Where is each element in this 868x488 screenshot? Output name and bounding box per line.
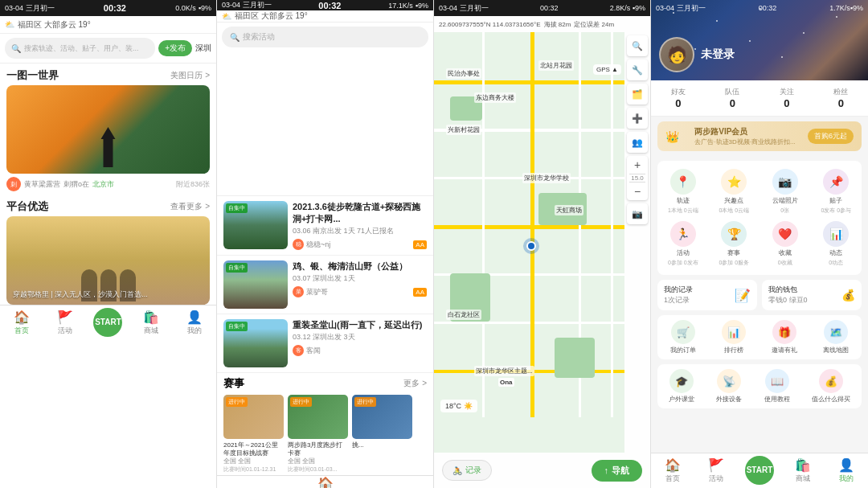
zoom-in-btn[interactable]: + [627, 156, 648, 174]
featured-image[interactable]: 穿越鄂格里 | 深入无人区，沙漠入门首选... [6, 216, 210, 305]
zoom-out-btn[interactable]: − [627, 182, 648, 200]
map-tools-btn[interactable]: 🔧 [627, 59, 648, 80]
nav-start-1[interactable]: START [92, 308, 124, 338]
profile-status-date: 03-04 三月初一 [656, 3, 706, 14]
race-card-1[interactable]: 进行中 2021年～2021公里年度目标挑战赛 全国 全国 比赛时间01.01-… [223, 395, 284, 474]
nav-profile-4[interactable]: 👤 我的 [830, 457, 862, 484]
activity-card-1[interactable]: 自集中 2021.3.6徒步乾隆古道+探秘西施洞+打卡网... 03.06 南京… [217, 196, 433, 256]
map-info-bar: 22.6009737555°N 114.03731656°E 海拔 82m 定位… [434, 16, 650, 32]
map-coords: 22.6009737555°N 114.03731656°E [439, 21, 541, 28]
activity-card-2[interactable]: 自集中 鸡、银、梅清洁山野（公益） 03.07 深圳出发 1天 菜 菜驴哥 AA [217, 256, 433, 314]
feature-feed[interactable]: 📊 动态 0动态 [814, 221, 858, 267]
features-grid: 📍 轨迹 1本地 0云端 ⭐ 兴趣点 0本地 0云端 📷 云端照片 0张 📌 贴… [657, 161, 862, 275]
nav-shop-4[interactable]: 🛍️ 商城 [787, 457, 819, 484]
vip-banner[interactable]: 👑 两步路VIP会员 去广告·轨迹3D视频·商业线路折扣... 首购6元起 [657, 121, 862, 151]
search-input-2[interactable]: 🔍 搜索活动 [222, 27, 428, 47]
activity-thumb-1: 自集中 [223, 201, 288, 249]
feature-tracks[interactable]: 📍 轨迹 1本地 0云端 [661, 169, 705, 215]
action-invite[interactable]: 🎁 邀请有礼 [772, 320, 797, 355]
feature-pois[interactable]: ⭐ 兴趣点 0本地 0云端 [712, 169, 756, 215]
devices-label: 外接设备 [716, 395, 742, 404]
race-card-2[interactable]: 进行中 两步路3月度跑步打卡赛 全国 全国 比赛时间03.01-03... [288, 395, 348, 474]
feature-races[interactable]: 🏆 赛事 0参加 0服务 [712, 221, 756, 267]
stat-followers-value: 0 [833, 97, 848, 109]
nav-start-4[interactable]: START [743, 456, 776, 486]
race-card-3[interactable]: 进行中 挑... [352, 395, 412, 474]
map-add-btn[interactable]: ➕ [627, 108, 648, 129]
records-text: 我的记录 1次记录 [664, 285, 693, 306]
my-wallet-card[interactable]: 我的钱包 零钱0 绿豆0 💰 [762, 280, 862, 310]
map-layers-btn[interactable]: 🗂️ [627, 84, 648, 105]
action-offline-map[interactable]: 🗺️ 离线地图 [823, 320, 849, 355]
nav-home-4[interactable]: 🏠 首页 [657, 457, 689, 484]
start-btn-4[interactable]: START [745, 456, 774, 485]
star-5 [836, 16, 837, 18]
feature-photos[interactable]: 📷 云端照片 0张 [763, 169, 807, 215]
race-loc-1: 全国 全国 [223, 457, 284, 465]
action-outdoor[interactable]: 🎓 户外课堂 [669, 369, 694, 404]
hero-image[interactable] [6, 85, 210, 174]
stat-followers-label: 粉丝 [833, 87, 848, 97]
action-tutorial[interactable]: 📖 使用教程 [764, 369, 790, 404]
section-more-2[interactable]: 查看更多 > [170, 201, 210, 212]
race-name-1: 2021年～2021公里年度目标挑战赛 [223, 441, 284, 457]
map-status-icons: 2.8K/s ▪9% [610, 4, 645, 12]
map-search-btn[interactable]: 🔍 [627, 35, 648, 56]
feature-events[interactable]: 🏃 活动 0参加 0发布 [661, 221, 705, 267]
activity-thumb-3: 自集中 [223, 319, 288, 367]
location-tag-1[interactable]: 北京市 [92, 179, 114, 190]
race-thumb-3: 进行中 [352, 395, 412, 439]
my-records-card[interactable]: 我的记录 1次记录 📝 [657, 280, 757, 310]
flag-icon-4: 🚩 [708, 457, 724, 473]
race-cards: 进行中 2021年～2021公里年度目标挑战赛 全国 全国 比赛时间01.01-… [223, 395, 427, 474]
city-selector[interactable]: 深圳 [195, 43, 211, 54]
map-camera-btn[interactable]: 📷 [627, 203, 648, 224]
search-box-1[interactable]: 🔍 搜索轨迹、活动、贴子、用户、装... [5, 38, 155, 59]
feed-sub: 0动态 [829, 259, 843, 267]
nav-activity-4[interactable]: 🚩 活动 [700, 457, 732, 484]
section-more-1[interactable]: 美图日历 > [170, 70, 210, 81]
green-area-4 [555, 338, 595, 378]
invite-icon: 🎁 [772, 320, 796, 344]
activity-sub-1: 03.06 南京出发 1天 71人已报名 [293, 226, 427, 236]
race-more[interactable]: 更多 > [403, 378, 427, 389]
profile-avatar[interactable]: 🧑 [659, 37, 694, 72]
record-button[interactable]: 🚴 记录 [442, 460, 492, 481]
nav-activity-1[interactable]: 🚩 活动 [49, 310, 81, 336]
nav-profile-1[interactable]: 👤 我的 [178, 310, 211, 336]
activity-card-3[interactable]: 自集中 重装圣堂山(雨一直下，延迟出行) 03.12 深圳出发 3天 客 客闻 [217, 314, 433, 373]
action-worth[interactable]: 💰 值么什么得买 [812, 369, 850, 404]
activity-user-3: 客 客闻 [293, 345, 427, 356]
nav-home-2[interactable]: 🏠 首页 [309, 476, 342, 488]
stat-followers: 粉丝 0 [833, 87, 848, 109]
stat-friends-value: 0 [671, 97, 686, 109]
ranking-icon: 📊 [722, 320, 746, 344]
action-ranking[interactable]: 📊 排行榜 [722, 320, 746, 355]
pois-label: 兴趣点 [724, 196, 743, 205]
weather-bar-1: ⛅ 福田区 大部多云 19° [0, 16, 216, 34]
map-canvas[interactable]: 民治办事处 东边商务大楼 兴新村花园 北站月花园 深圳市龙华学校 天虹商场 白石… [434, 32, 650, 453]
nav-profile-label-1: 我的 [187, 326, 202, 336]
posts-icon: 📌 [823, 169, 849, 195]
wallet-icon: 💰 [841, 289, 855, 301]
navigate-label: 导航 [612, 465, 629, 477]
map-sidebar: 🔍 🔧 🗂️ ➕ 👥 + 15.0 − 📷 [624, 32, 650, 453]
nav-home-1[interactable]: 🏠 首页 [6, 310, 38, 336]
map-team-btn[interactable]: 👥 [627, 132, 648, 153]
nav-shop-1[interactable]: 🛍️ 商城 [135, 310, 167, 336]
map-label-ona: Ona [498, 378, 514, 387]
navigate-button[interactable]: ↑ 导航 [592, 460, 643, 482]
post-button[interactable]: +发布 [158, 40, 192, 56]
race-thumb-2: 进行中 [288, 395, 348, 439]
vip-text-area: 两步路VIP会员 去广告·轨迹3D视频·商业线路折扣... [694, 126, 795, 146]
vip-button[interactable]: 首购6元起 [808, 129, 854, 144]
action-devices[interactable]: 📡 外接设备 [716, 369, 742, 404]
activity-sub-2: 03.07 深圳出发 1天 [293, 273, 427, 284]
feature-posts[interactable]: 📌 贴子 0发布 0参与 [814, 169, 858, 215]
feature-favorites[interactable]: ❤️ 收藏 0收藏 [763, 221, 807, 267]
start-btn-1[interactable]: START [93, 308, 122, 337]
race-status-3: 进行中 [354, 397, 376, 407]
home-icon-4: 🏠 [665, 457, 681, 473]
action-orders[interactable]: 🛒 我的订单 [670, 320, 696, 355]
profile-icon-4: 👤 [838, 457, 854, 473]
